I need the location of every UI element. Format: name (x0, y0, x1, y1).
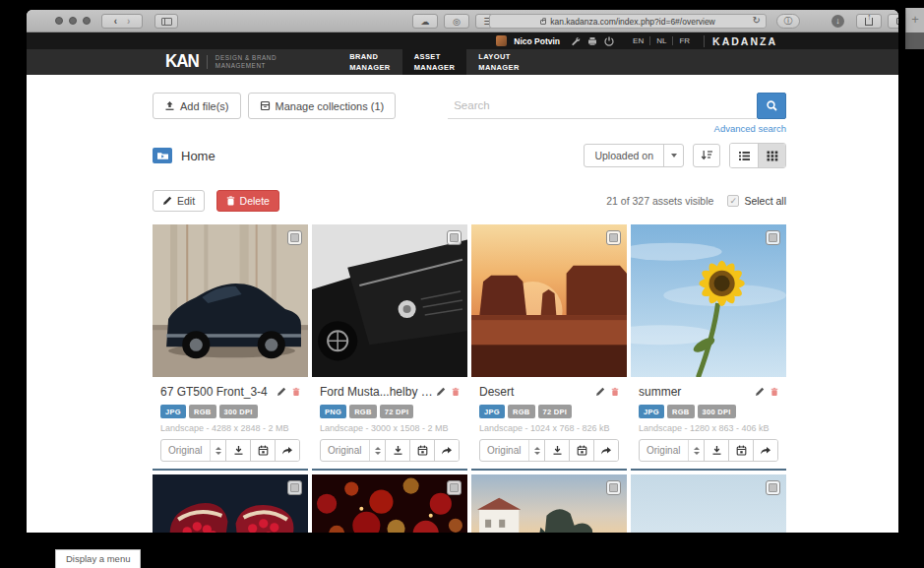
share-asset-button[interactable] (275, 440, 299, 461)
asset-thumbnail[interactable] (312, 224, 467, 377)
close-window-button[interactable] (55, 17, 63, 25)
grid-view-button[interactable] (758, 144, 785, 167)
delete-trash-icon[interactable] (292, 387, 300, 397)
badge-png: PNG (320, 405, 346, 418)
asset-card (153, 474, 308, 533)
forward-button[interactable]: › (127, 16, 130, 27)
asset-title[interactable]: Ford Musta...helby 1969 (320, 385, 436, 399)
list-view-button[interactable] (730, 144, 758, 167)
download-button[interactable] (704, 440, 728, 461)
asset-thumbnail[interactable] (471, 474, 627, 533)
tab-overview-button[interactable] (888, 14, 898, 29)
asset-select-checkbox[interactable] (287, 480, 302, 495)
lang-fr[interactable]: FR (672, 36, 696, 45)
delete-trash-icon[interactable] (611, 387, 619, 397)
asset-select-checkbox[interactable] (606, 480, 621, 495)
asset-thumbnail[interactable] (631, 224, 786, 377)
edit-pencil-icon[interactable] (436, 387, 446, 397)
window-traffic-lights[interactable] (55, 17, 91, 25)
asset-thumbnail[interactable] (153, 474, 308, 533)
edit-pencil-icon[interactable] (755, 387, 765, 397)
schedule-button[interactable] (250, 440, 275, 461)
download-button[interactable] (385, 440, 409, 461)
sidebar-toggle-button[interactable] (154, 14, 178, 29)
visible-count: 21 of 327 assets visible (606, 195, 713, 207)
select-all-checkbox[interactable]: ✓ (727, 195, 739, 207)
user-avatar[interactable] (496, 35, 507, 46)
user-bar: Nico Potvin EN NL FR KADANZA (27, 32, 898, 49)
sort-direction-button[interactable] (693, 144, 720, 167)
tab-asset-manager[interactable]: ASSETMANAGER (402, 49, 467, 75)
downloads-button[interactable]: ↓ (832, 15, 844, 28)
tab-brand-manager[interactable]: BRANDMANAGER (338, 49, 402, 75)
asset-select-checkbox[interactable] (287, 230, 302, 245)
lock-icon (540, 20, 546, 25)
manage-collections-button[interactable]: Manage collections (1) (248, 93, 397, 119)
asset-image (153, 224, 308, 377)
edit-button[interactable]: Edit (153, 190, 205, 212)
minimize-window-button[interactable] (69, 17, 77, 25)
share-asset-button[interactable] (434, 440, 459, 461)
asset-select-checkbox[interactable] (766, 230, 780, 245)
search-button[interactable] (757, 93, 786, 119)
asset-select-checkbox[interactable] (606, 230, 621, 245)
badge-jpg: JPG (160, 405, 186, 418)
lang-nl[interactable]: NL (649, 36, 672, 45)
download-button[interactable] (544, 440, 569, 461)
asset-select-checkbox[interactable] (447, 230, 462, 245)
back-button[interactable]: ‹ (114, 16, 117, 27)
asset-select-checkbox[interactable] (766, 480, 780, 495)
asset-thumbnail[interactable] (153, 224, 308, 377)
add-files-button[interactable]: Add file(s) (153, 93, 241, 119)
download-button[interactable] (225, 440, 250, 461)
share-button[interactable] (856, 14, 882, 29)
delete-trash-icon[interactable] (770, 387, 778, 397)
icloud-tabs-button[interactable]: ☁ (412, 14, 438, 29)
edit-pencil-icon[interactable] (595, 387, 605, 397)
search-input[interactable] (448, 93, 757, 119)
reload-icon[interactable]: ↻ (753, 15, 761, 26)
share-asset-button[interactable] (593, 440, 618, 461)
breadcrumb[interactable]: Home (153, 148, 216, 163)
asset-title[interactable]: 67 GT500 Front_3-4 (160, 385, 277, 399)
schedule-button[interactable] (569, 440, 593, 461)
schedule-button[interactable] (409, 440, 434, 461)
share-asset-button[interactable] (753, 440, 777, 461)
edit-pencil-icon[interactable] (277, 387, 286, 397)
asset-title[interactable]: Desert (479, 385, 595, 399)
user-name[interactable]: Nico Potvin (514, 36, 560, 46)
kan-logo[interactable]: KAN (165, 52, 199, 73)
address-bar[interactable]: kan.kadanza.com/index.php?id=6#/overview… (489, 14, 767, 29)
rendition-select[interactable]: Original (640, 440, 704, 461)
print-icon[interactable] (587, 36, 597, 46)
delete-button[interactable]: Delete (216, 190, 279, 212)
asset-thumbnail[interactable] (631, 474, 786, 533)
asset-thumbnail[interactable] (471, 224, 627, 377)
logout-power-icon[interactable] (604, 36, 614, 46)
asset-thumbnail[interactable] (312, 474, 467, 533)
delete-trash-icon[interactable] (452, 387, 460, 397)
sort-field-dropdown[interactable]: Uploaded on (584, 144, 684, 167)
lang-en[interactable]: EN (627, 36, 649, 45)
rendition-select[interactable]: Original (321, 440, 385, 461)
advanced-search-link[interactable]: Advanced search (714, 123, 786, 134)
user-tools (571, 36, 614, 46)
zoom-window-button[interactable] (83, 17, 91, 25)
collections-box-icon (260, 100, 271, 111)
select-all-control[interactable]: ✓ Select all (727, 195, 786, 207)
breadcrumb-home-label[interactable]: Home (181, 149, 216, 163)
asset-image (471, 224, 627, 377)
settings-wrench-icon[interactable] (571, 36, 581, 46)
schedule-button[interactable] (728, 440, 753, 461)
privacy-button[interactable]: ◎ (444, 14, 469, 29)
asset-title[interactable]: summer (639, 385, 755, 399)
tab-layout-manager[interactable]: LAYOUTMANAGER (466, 49, 531, 75)
reader-info-button[interactable]: ⓘ (776, 14, 800, 29)
rendition-select[interactable]: Original (161, 440, 225, 461)
dropdown-caret[interactable] (663, 145, 683, 166)
upload-icon (164, 100, 175, 111)
rendition-select[interactable]: Original (480, 440, 544, 461)
share-arrow-icon (441, 446, 453, 456)
background-window-newtab-button[interactable]: + (905, 8, 924, 32)
asset-select-checkbox[interactable] (447, 480, 462, 495)
